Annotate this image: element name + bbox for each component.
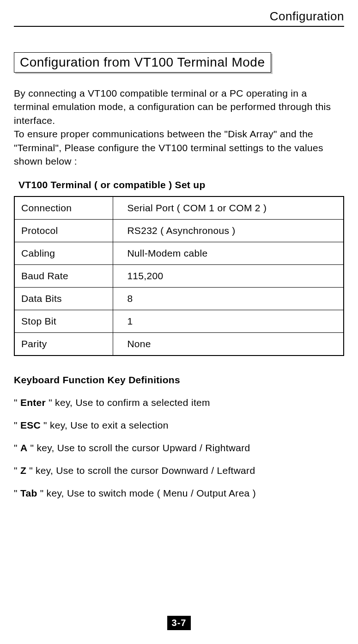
header-divider [14, 26, 344, 27]
setting-value: Null-Modem cable [113, 242, 344, 265]
setting-label: Protocol [14, 220, 113, 242]
setting-label: Cabling [14, 242, 113, 265]
setting-value: 1 [113, 310, 344, 333]
setting-label: Data Bits [14, 288, 113, 310]
key-name: Z [20, 465, 26, 476]
key-definition: " Z " key, Use to scroll the cursor Down… [14, 465, 344, 476]
key-name: A [20, 442, 27, 453]
setting-value: None [113, 333, 344, 356]
key-name: ESC [20, 420, 41, 430]
key-definition: " ESC " key, Use to exit a selection [14, 420, 344, 431]
page-number: 3-7 [167, 616, 191, 630]
settings-table: ConnectionSerial Port ( COM 1 or COM 2 )… [14, 196, 344, 356]
table-row: Data Bits 8 [14, 288, 344, 310]
table-heading: VT100 Terminal ( or compatible ) Set up [18, 179, 344, 190]
section-title: Configuration from VT100 Terminal Mode [14, 52, 271, 73]
keys-heading: Keyboard Function Key Definitions [14, 374, 344, 386]
intro-paragraph: By connecting a VT100 compatible termina… [14, 86, 344, 168]
setting-value: 115,200 [113, 265, 344, 288]
setting-label: Connection [14, 196, 113, 220]
section-title-container: Configuration from VT100 Terminal Mode [14, 52, 271, 73]
table-row: ConnectionSerial Port ( COM 1 or COM 2 ) [14, 196, 344, 220]
page-header-title: Configuration [14, 9, 344, 24]
setting-label: Stop Bit [14, 310, 113, 333]
key-definition: " Tab " key, Use to switch mode ( Menu /… [14, 488, 344, 499]
setting-label: Parity [14, 333, 113, 356]
key-name: Tab [20, 488, 37, 498]
key-definition: " A " key, Use to scroll the cursor Upwa… [14, 442, 344, 454]
table-row: CablingNull-Modem cable [14, 242, 344, 265]
setting-value: Serial Port ( COM 1 or COM 2 ) [113, 196, 344, 220]
table-row: Stop Bit 1 [14, 310, 344, 333]
key-definition: " Enter " key, Use to confirm a selected… [14, 397, 344, 408]
setting-value: 8 [113, 288, 344, 310]
table-row: ProtocolRS232 ( Asynchronous ) [14, 220, 344, 242]
table-row: Parity None [14, 333, 344, 356]
key-name: Enter [20, 397, 46, 408]
table-row: Baud Rate 115,200 [14, 265, 344, 288]
setting-value: RS232 ( Asynchronous ) [113, 220, 344, 242]
setting-label: Baud Rate [14, 265, 113, 288]
